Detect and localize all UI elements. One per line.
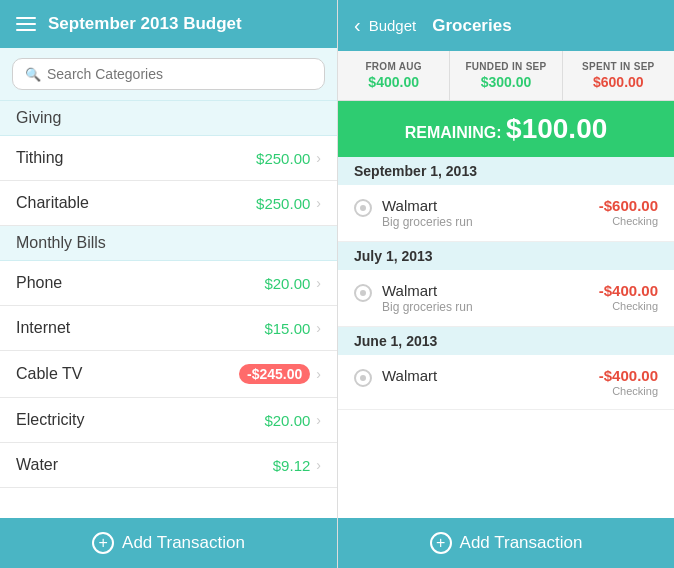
stat-label-funded-sep: FUNDED IN SEP xyxy=(456,61,555,72)
transaction-right: -$600.00 Checking xyxy=(599,197,658,227)
right-header: ‹ Budget Groceries xyxy=(338,0,674,51)
transaction-account: Checking xyxy=(599,215,658,227)
transaction-status-icon xyxy=(354,199,372,217)
category-right: -$245.00 › xyxy=(239,364,321,384)
category-name: Internet xyxy=(16,319,70,337)
category-amount: $20.00 xyxy=(264,275,310,292)
category-amount: $250.00 xyxy=(256,195,310,212)
table-row[interactable]: Walmart Big groceries run -$400.00 Check… xyxy=(338,270,674,327)
list-item[interactable]: Charitable $250.00 › xyxy=(0,181,337,226)
transaction-sub: Big groceries run xyxy=(382,215,599,229)
transaction-amount: -$400.00 xyxy=(599,282,658,299)
category-amount-negative: -$245.00 xyxy=(239,364,310,384)
list-item[interactable]: Phone $20.00 › xyxy=(0,261,337,306)
back-chevron-icon[interactable]: ‹ xyxy=(354,14,361,37)
category-name: Charitable xyxy=(16,194,89,212)
search-bar: 🔍 xyxy=(0,48,337,101)
category-right: $20.00 › xyxy=(264,412,321,429)
plus-circle-icon: + xyxy=(92,532,114,554)
right-add-transaction-button[interactable]: + Add Transaction xyxy=(352,532,660,554)
date-header-jul: July 1, 2013 xyxy=(338,242,674,270)
stat-value-spent-sep: $600.00 xyxy=(569,74,668,90)
chevron-right-icon: › xyxy=(316,366,321,382)
left-panel: September 2013 Budget 🔍 Giving Tithing $… xyxy=(0,0,337,568)
list-item[interactable]: Tithing $250.00 › xyxy=(0,136,337,181)
list-item[interactable]: Cable TV -$245.00 › xyxy=(0,351,337,398)
transaction-right: -$400.00 Checking xyxy=(599,282,658,312)
category-name: Tithing xyxy=(16,149,63,167)
remaining-amount: $100.00 xyxy=(506,113,607,144)
stat-value-from-aug: $400.00 xyxy=(344,74,443,90)
transaction-info: Walmart xyxy=(382,367,599,385)
transaction-right: -$400.00 Checking xyxy=(599,367,658,397)
category-name: Water xyxy=(16,456,58,474)
category-right: $9.12 › xyxy=(273,457,321,474)
remaining-bar: REMAINING: $100.00 xyxy=(338,101,674,157)
left-footer: + Add Transaction xyxy=(0,518,337,568)
add-transaction-label: Add Transaction xyxy=(122,533,245,553)
transactions-list: September 1, 2013 Walmart Big groceries … xyxy=(338,157,674,568)
transaction-name: Walmart xyxy=(382,282,599,299)
right-footer: + Add Transaction xyxy=(338,518,674,568)
stat-from-aug: FROM AUG $400.00 xyxy=(338,51,450,100)
chevron-right-icon: › xyxy=(316,150,321,166)
transaction-account: Checking xyxy=(599,385,658,397)
transaction-info: Walmart Big groceries run xyxy=(382,197,599,229)
transaction-info: Walmart Big groceries run xyxy=(382,282,599,314)
date-header-jun: June 1, 2013 xyxy=(338,327,674,355)
category-name: Electricity xyxy=(16,411,84,429)
category-name: Phone xyxy=(16,274,62,292)
right-add-transaction-label: Add Transaction xyxy=(460,533,583,553)
stat-label-spent-sep: SPENT IN SEP xyxy=(569,61,668,72)
category-right: $15.00 › xyxy=(264,320,321,337)
chevron-right-icon: › xyxy=(316,412,321,428)
stat-funded-sep: FUNDED IN SEP $300.00 xyxy=(450,51,562,100)
chevron-right-icon: › xyxy=(316,320,321,336)
categories-scroll: Giving Tithing $250.00 › Charitable $250… xyxy=(0,101,337,568)
chevron-right-icon: › xyxy=(316,195,321,211)
left-header: September 2013 Budget xyxy=(0,0,337,48)
section-header-giving: Giving xyxy=(0,101,337,136)
hamburger-icon[interactable] xyxy=(16,17,36,31)
left-panel-title: September 2013 Budget xyxy=(48,14,242,34)
transaction-sub: Big groceries run xyxy=(382,300,599,314)
transaction-name: Walmart xyxy=(382,197,599,214)
transaction-status-icon xyxy=(354,369,372,387)
add-transaction-button[interactable]: + Add Transaction xyxy=(14,532,323,554)
category-amount: $15.00 xyxy=(264,320,310,337)
list-item[interactable]: Water $9.12 › xyxy=(0,443,337,488)
transaction-status-icon xyxy=(354,284,372,302)
transaction-amount: -$400.00 xyxy=(599,367,658,384)
back-label[interactable]: Budget xyxy=(369,17,417,34)
right-panel-title: Groceries xyxy=(432,16,511,36)
table-row[interactable]: Walmart -$400.00 Checking xyxy=(338,355,674,410)
transaction-name: Walmart xyxy=(382,367,599,384)
remaining-label: REMAINING: xyxy=(405,124,502,141)
transaction-account: Checking xyxy=(599,300,658,312)
right-panel: ‹ Budget Groceries FROM AUG $400.00 FUND… xyxy=(337,0,674,568)
category-right: $250.00 › xyxy=(256,195,321,212)
stat-spent-sep: SPENT IN SEP $600.00 xyxy=(563,51,674,100)
search-input-wrapper[interactable]: 🔍 xyxy=(12,58,325,90)
date-header-sep: September 1, 2013 xyxy=(338,157,674,185)
category-right: $250.00 › xyxy=(256,150,321,167)
category-amount: $250.00 xyxy=(256,150,310,167)
list-item[interactable]: Internet $15.00 › xyxy=(0,306,337,351)
category-amount: $9.12 xyxy=(273,457,311,474)
search-input[interactable] xyxy=(47,66,312,82)
category-amount: $20.00 xyxy=(264,412,310,429)
stat-value-funded-sep: $300.00 xyxy=(456,74,555,90)
section-header-monthly-bills: Monthly Bills xyxy=(0,226,337,261)
stat-label-from-aug: FROM AUG xyxy=(344,61,443,72)
chevron-right-icon: › xyxy=(316,275,321,291)
budget-stats: FROM AUG $400.00 FUNDED IN SEP $300.00 S… xyxy=(338,51,674,101)
list-item[interactable]: Electricity $20.00 › xyxy=(0,398,337,443)
category-right: $20.00 › xyxy=(264,275,321,292)
chevron-right-icon: › xyxy=(316,457,321,473)
table-row[interactable]: Walmart Big groceries run -$600.00 Check… xyxy=(338,185,674,242)
transaction-amount: -$600.00 xyxy=(599,197,658,214)
search-icon: 🔍 xyxy=(25,67,41,82)
category-name: Cable TV xyxy=(16,365,82,383)
plus-circle-icon: + xyxy=(430,532,452,554)
